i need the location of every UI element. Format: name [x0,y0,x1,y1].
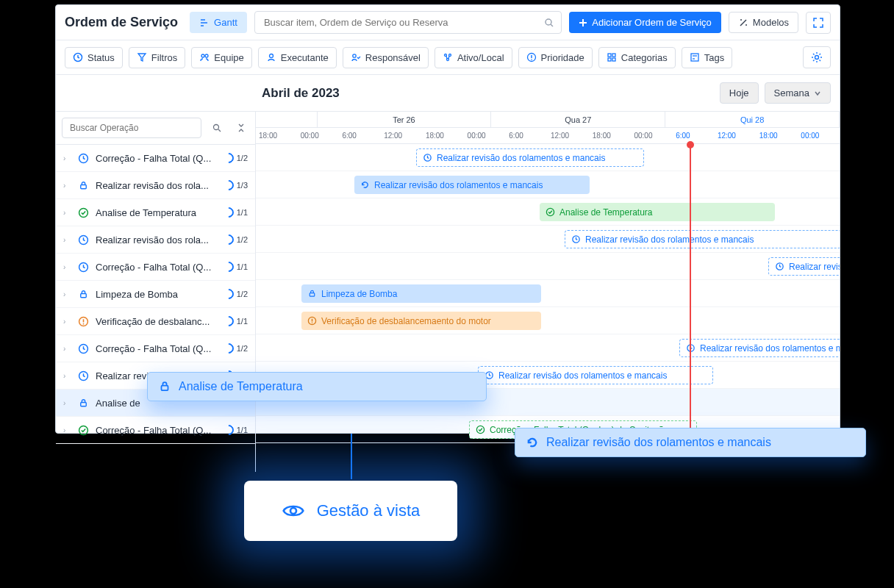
search-input[interactable] [254,11,562,34]
svg-point-40 [214,125,219,130]
task-bar[interactable]: Realizar revisão dos rolamentos e mancai… [565,230,840,248]
filter-status[interactable]: Status [65,47,123,68]
svg-rect-43 [80,184,86,188]
row-label: Realizar revisão dos rola... [96,180,224,191]
models-button[interactable]: Modelos [729,12,798,33]
row-count: 1/2 [237,344,248,353]
refresh-icon [526,436,539,449]
svg-line-37 [820,60,821,62]
tree-row[interactable]: ›Analise de Temperatura1/1 [56,199,255,226]
filter-prioridade[interactable]: Prioridade [518,47,593,68]
gantt-row: Realizar revisão dos rolamentos e m [256,334,840,362]
svg-line-4 [551,24,553,26]
task-bar[interactable]: Realizar revis [768,257,840,276]
chevron-right-icon: › [63,154,71,162]
gantt-row: Realizar revis [256,253,840,280]
tree-row[interactable]: ›Correção - Falha Total (Q...1/1 [56,417,255,444]
dragging-bar-temperatura[interactable]: Analise de Temperatura [147,372,487,401]
task-bar[interactable]: Realizar revisão dos rolamentos e mancai… [478,366,713,384]
status-icon [76,396,90,409]
dragging-bar-label: Analise de Temperatura [179,380,303,393]
progress-arc-icon [221,232,236,247]
row-label: Verificação de desbalanc... [96,316,224,327]
hour-cell: 6:00 [673,128,715,143]
filter-filtros[interactable]: Filtros [129,47,185,68]
tree-row[interactable]: ›Realizar revisão dos rola...1/3 [56,172,255,199]
dragging-bar-revisao[interactable]: Realizar revisão dos rolamentos e mancai… [515,428,866,457]
check-circle-icon [546,207,555,217]
task-bar[interactable]: Analise de Temperatura [540,203,775,221]
chevron-right-icon: › [63,290,71,298]
hour-cell: 00:00 [631,128,673,143]
status-icon [76,179,90,192]
gantt-view-button[interactable]: Gantt [190,12,247,33]
tree-row[interactable]: ›Realizar revisão dos rola...1/2 [56,226,255,254]
status-icon [76,315,90,328]
row-count: 1/2 [237,154,248,162]
filter-executante[interactable]: Executante [258,47,337,68]
filter-categorias[interactable]: Categorias [598,47,676,68]
collapse-sidebar-button[interactable] [233,120,249,136]
status-icon [76,423,90,437]
svg-point-15 [353,54,356,57]
row-count: 1/2 [237,235,248,244]
hour-header: 18:0000:006:0012:0018:0000:006:0012:0018… [256,128,840,144]
progress-arc-icon [221,423,236,437]
day-col-active: Qui 28 [665,112,840,127]
date-bar: Abril de 2023 Hoje Semana [56,75,840,112]
expand-icon [813,18,823,28]
task-bar[interactable]: Realizar revisão dos rolamentos e mancai… [354,176,590,194]
status-icon [76,369,90,382]
plus-icon [579,18,587,27]
alert-icon [307,316,317,326]
operation-search-input[interactable] [62,118,201,138]
today-button[interactable]: Hoje [720,82,759,104]
svg-rect-28 [691,54,698,61]
svg-point-3 [546,19,551,25]
svg-line-38 [820,54,821,55]
filter-ativo[interactable]: Ativo/Local [435,47,512,68]
status-icon [76,206,90,219]
tree-row[interactable]: ›Limpeza de Bomba1/2 [56,281,255,308]
filter-bar: Status Filtros Equipe Executante Respons… [56,40,840,75]
models-label: Modelos [753,17,789,28]
chevron-right-icon: › [63,236,71,244]
tree-row[interactable]: ›Correção - Falha Total (Q...1/1 [56,254,255,281]
chevron-right-icon: › [63,318,71,326]
row-label: Correção - Falha Total (Q... [96,262,224,273]
task-bar[interactable]: Realizar revisão dos rolamentos e m [679,339,840,357]
chevron-right-icon: › [63,263,71,271]
progress-arc-icon [221,314,236,329]
hour-cell: 18:00 [256,128,298,143]
hour-cell: 6:00 [506,128,548,143]
now-indicator-line [690,144,691,443]
svg-point-12 [201,54,204,57]
global-search [254,11,562,34]
task-bar[interactable]: Verificação de desbalancemaento do motor [301,312,541,330]
expand-button[interactable] [806,12,831,34]
tree-row[interactable]: ›Correção - Falha Total (Q...1/2 [56,145,255,172]
tree-row[interactable]: ›Correção - Falha Total (Q...1/2 [56,335,255,362]
day-header: Ter 26 Qua 27 Qui 28 [256,112,840,128]
settings-button[interactable] [803,46,831,68]
filter-responsavel[interactable]: Responsável [343,47,429,68]
filter-tags[interactable]: Tags [682,47,732,68]
asset-icon [443,52,453,62]
add-work-order-button[interactable]: Adicionar Ordem de Serviço [569,12,721,33]
task-bar[interactable]: Realizar revisão dos rolamentos e mancai… [416,148,644,167]
svg-point-14 [269,54,273,58]
gantt-row: Verificação de desbalancemaento do motor [256,307,840,334]
timeline: Ter 26 Qua 27 Qui 28 18:0000:006:0012:00… [256,112,840,472]
tree-row[interactable]: ›Verificação de desbalanc...1/1 [56,308,255,335]
filter-equipe[interactable]: Equipe [191,47,251,68]
week-dropdown[interactable]: Semana [765,82,831,104]
task-bar[interactable]: Limpeza de Bomba [301,284,541,303]
wand-icon [738,18,748,28]
team-icon [199,52,210,62]
search-icon [544,18,554,28]
gantt-row: Realizar revisão dos rolamentos e mancai… [256,226,840,253]
gantt-body: ›Correção - Falha Total (Q...1/2›Realiza… [56,112,840,472]
callout-box: Gestão à vista [244,481,457,541]
svg-point-67 [290,508,296,514]
row-count: 1/1 [237,208,248,217]
